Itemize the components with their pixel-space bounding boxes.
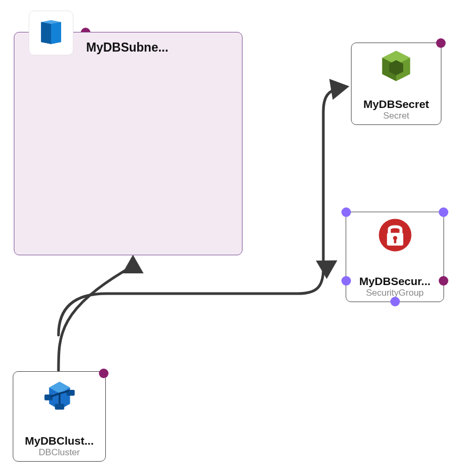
port-dot [341,276,351,286]
svg-rect-5 [44,395,52,400]
status-dot [99,369,108,378]
db-subnet-label: MyDBSubne... [86,40,169,55]
status-dot [436,38,446,48]
db-cluster-subtitle: DBCluster [13,447,105,458]
status-dot [439,276,448,286]
secret-subtitle: Secret [352,111,441,121]
node-security-group[interactable]: MyDBSecur... SecurityGroup [346,212,444,302]
port-dot [390,297,400,306]
node-db-subnet-group[interactable] [14,32,242,255]
port-dot [341,207,351,217]
lock-icon [377,216,414,254]
port-dot [439,207,448,217]
db-subnet-icon-box [29,11,73,55]
database-icon [32,14,70,52]
svg-rect-3 [394,239,396,244]
svg-rect-6 [55,404,64,410]
secret-title: MyDBSecret [352,98,441,111]
node-secret[interactable]: MyDBSecret Secret [351,43,441,125]
db-cluster-title: MyDBClust... [13,435,105,447]
node-db-cluster[interactable]: MyDBClust... DBCluster [13,371,106,462]
cube-icon [378,47,415,85]
cluster-icon [41,377,78,414]
security-group-title: MyDBSecur... [346,275,444,288]
diagram-canvas[interactable]: MyDBSubne... MyDBSecret Secret [0,0,460,476]
